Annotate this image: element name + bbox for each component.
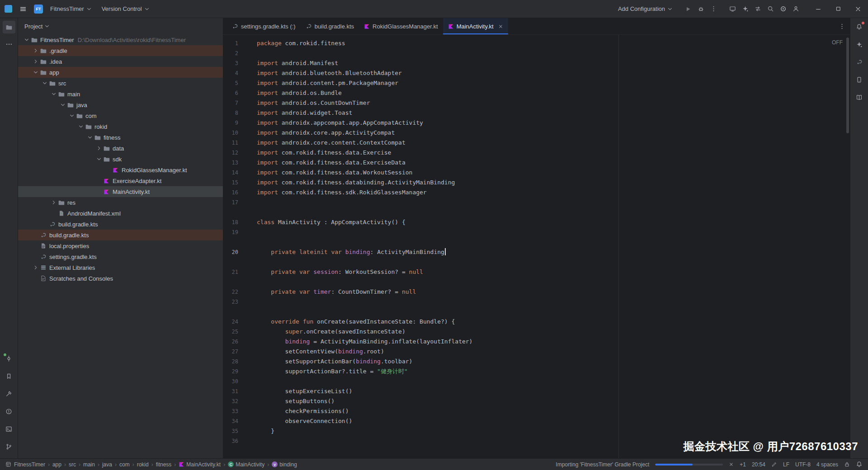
tab-mainactivity-kt[interactable]: MainActivity.kt (443, 18, 508, 34)
code-line-14[interactable]: 14import com.rokid.fitness.data.WorkoutS… (223, 168, 850, 178)
gradle-tool[interactable] (853, 56, 866, 68)
code-line-7[interactable]: 7import android.os.CountDownTimer (223, 98, 850, 108)
line-number[interactable]: 26 (223, 337, 257, 347)
code-line-4[interactable]: 4import android.bluetooth.BluetoothAdapt… (223, 68, 850, 78)
code-line-23[interactable]: 23 (223, 297, 850, 307)
tree-item-java[interactable]: java (18, 99, 223, 110)
chevron-right-icon[interactable] (32, 265, 40, 270)
tree-item-src[interactable]: src (18, 78, 223, 89)
tree-item-external-libraries[interactable]: External Libraries (18, 262, 223, 273)
project-widget[interactable]: FitnessTimer (47, 3, 94, 15)
tab-build-gradle-kts[interactable]: build.gradle.kts (301, 18, 359, 34)
line-number[interactable]: 7 (223, 98, 257, 108)
code-line-27[interactable]: 27 setContentView(binding.root) (223, 347, 850, 357)
line-number[interactable]: 32 (223, 396, 257, 406)
code-line-19[interactable]: 19 (223, 227, 850, 237)
indent-widget[interactable]: 4 spaces (816, 461, 838, 468)
code-line-10[interactable]: 10import androidx.core.app.ActivityCompa… (223, 128, 850, 138)
device-preview[interactable] (726, 3, 739, 15)
line-number[interactable]: 36 (223, 436, 257, 446)
line-number[interactable]: 8 (223, 108, 257, 118)
chevron-down-icon[interactable] (95, 156, 103, 162)
code-line-33[interactable]: 33 checkPermissions() (223, 406, 850, 416)
breadcrumb-fitness[interactable]: fitness (156, 461, 172, 468)
line-number[interactable]: 1 (223, 38, 257, 48)
bookmarks-tool[interactable] (3, 370, 15, 382)
tree-item-fitness[interactable]: fitness (18, 132, 223, 143)
status-notifications-icon[interactable] (856, 461, 863, 468)
code-line-18[interactable]: 18class MainActivity : AppCompatActivity… (223, 217, 850, 227)
tree-item-mainactivity-kt[interactable]: MainActivity.kt (18, 186, 223, 197)
line-number[interactable]: 16 (223, 188, 257, 197)
line-number[interactable]: 22 (223, 287, 257, 297)
tree-item-data[interactable]: data (18, 143, 223, 154)
line-number[interactable]: 2 (223, 48, 257, 58)
line-ending-widget[interactable]: LF (783, 461, 789, 468)
line-number[interactable]: 3 (223, 58, 257, 68)
more-run-actions[interactable] (707, 3, 720, 15)
code-line-15[interactable]: 15import com.rokid.fitness.databinding.A… (223, 178, 850, 188)
ai-assistant-tool[interactable] (853, 38, 866, 51)
line-number[interactable]: 33 (223, 406, 257, 416)
tab-settings-gradle-kts[interactable]: settings.gradle.kts (:) (227, 18, 301, 34)
code-line-20[interactable]: 20 private lateinit var binding: Activit… (223, 247, 850, 257)
run-button[interactable] (682, 3, 694, 15)
version-control-tool[interactable] (3, 440, 15, 453)
close-icon[interactable] (498, 24, 503, 29)
tree-item-idea[interactable]: .idea (18, 56, 223, 67)
code-with-me[interactable] (751, 3, 764, 15)
edit-mode-icon[interactable] (771, 461, 777, 467)
code-line-1[interactable]: 1package com.rokid.fitness (223, 38, 850, 48)
code-line-28[interactable]: 28 setSupportActionBar(binding.toolbar) (223, 357, 850, 367)
project-tool[interactable] (3, 21, 15, 33)
line-number[interactable]: 30 (223, 376, 257, 386)
code-line-8[interactable]: 8import android.widget.Toast (223, 108, 850, 118)
ai-assistant[interactable] (739, 3, 751, 15)
line-number[interactable]: 23 (223, 297, 257, 307)
line-number[interactable]: 6 (223, 88, 257, 98)
chevron-down-icon[interactable] (86, 135, 94, 140)
caret-position-widget[interactable]: 20:54 (752, 461, 765, 468)
code-line-12[interactable]: 12import com.rokid.fitness.data.Exercise (223, 148, 850, 158)
breadcrumb-com[interactable]: com (119, 461, 130, 468)
code-line-24[interactable]: 24 override fun onCreate(savedInstanceSt… (223, 317, 850, 327)
device-manager-tool[interactable] (853, 73, 866, 86)
tree-item-rokid[interactable]: rokid (18, 121, 223, 132)
tree-item-app[interactable]: app (18, 67, 223, 78)
tree-item-exerciseadapter-kt[interactable]: ExerciseAdapter.kt (18, 175, 223, 186)
close-window[interactable] (848, 0, 868, 18)
code-line-31[interactable]: 31 setupExerciseList() (223, 386, 850, 396)
tree-item-fitnesstimer[interactable]: FitnessTimerD:\Download\Activities\rokid… (18, 34, 223, 45)
line-number[interactable]: 14 (223, 168, 257, 178)
line-number[interactable]: 27 (223, 347, 257, 357)
chevron-down-icon[interactable] (44, 24, 50, 29)
breadcrumb-app[interactable]: app (52, 461, 61, 468)
code-line-34[interactable]: 34 observeConnection() (223, 416, 850, 426)
code-line-22[interactable]: 22 private var timer: CountDownTimer? = … (223, 287, 850, 297)
cancel-task-icon[interactable] (729, 462, 734, 467)
account[interactable] (789, 3, 802, 15)
documentation-tool[interactable] (853, 91, 866, 103)
line-number[interactable]: 13 (223, 158, 257, 168)
chevron-down-icon[interactable] (50, 91, 58, 97)
tree-item-build-gradle-kts[interactable]: build.gradle.kts (18, 230, 223, 240)
line-number[interactable]: 34 (223, 416, 257, 426)
breadcrumb-rokid[interactable]: rokid (137, 461, 149, 468)
encoding-widget[interactable]: UTF-8 (795, 461, 811, 468)
breadcrumb-main[interactable]: main (83, 461, 95, 468)
tab-rokidglassesmanager-kt[interactable]: RokidGlassesManager.kt (359, 18, 443, 34)
code-line-11[interactable]: 11import androidx.core.content.ContextCo… (223, 138, 850, 148)
tree-item-res[interactable]: res (18, 197, 223, 208)
line-number[interactable]: 18 (223, 217, 257, 227)
breadcrumb-src[interactable]: src (69, 461, 76, 468)
line-number[interactable]: 35 (223, 426, 257, 436)
line-number[interactable]: 20 (223, 247, 257, 257)
tree-item-rokidglassesmanager-kt[interactable]: RokidGlassesManager.kt (18, 164, 223, 175)
tree-item-local-properties[interactable]: local.properties (18, 240, 223, 251)
tree-item-scratches-and-consoles[interactable]: Scratches and Consoles (18, 273, 223, 284)
chevron-down-icon[interactable] (41, 80, 49, 86)
line-number[interactable]: 5 (223, 78, 257, 88)
debug-button[interactable] (694, 3, 707, 15)
line-number[interactable]: 28 (223, 357, 257, 367)
editor-scrollbar[interactable] (846, 38, 849, 133)
